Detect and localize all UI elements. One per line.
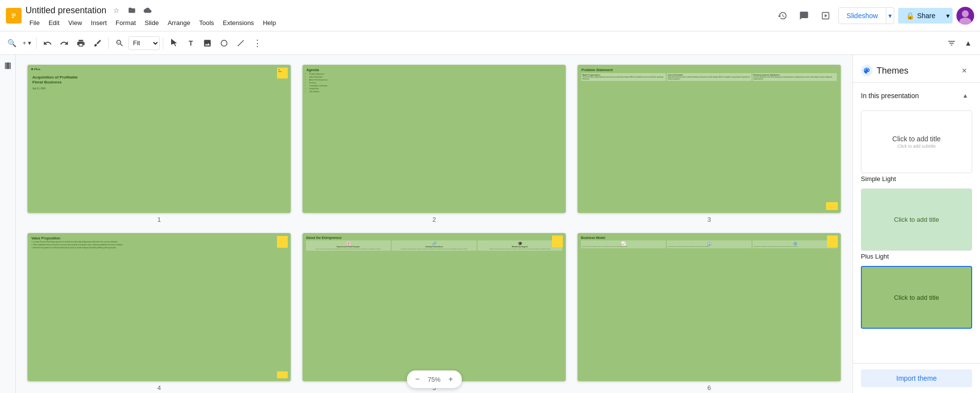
menu-view[interactable]: View [64, 18, 86, 27]
print-button[interactable] [73, 35, 89, 51]
slide-thumbnail-2[interactable]: Agenda Problem Statement Value Propositi… [302, 65, 566, 213]
menu-file[interactable]: File [25, 18, 44, 27]
line-button[interactable] [233, 35, 249, 51]
slide-thumbnail-4[interactable]: Value Proposition ① Leverage 70 percent … [27, 233, 291, 381]
share-btn-group: 🔒 Share ▾ [898, 8, 953, 24]
shape-button[interactable] [216, 35, 232, 51]
history-button[interactable] [774, 7, 791, 25]
theme-preview-plus-green[interactable]: Click to add title [861, 266, 972, 329]
plus-light-content: Click to add title [894, 216, 939, 223]
zoom-out-button[interactable]: − [411, 372, 425, 386]
zoom-bar: − 75% + [407, 370, 462, 388]
slide6-content: Business Model 📈 This key area is an imp… [578, 234, 840, 251]
filter-button[interactable] [944, 35, 959, 51]
slide2-heading: Agenda [306, 68, 562, 72]
menu-format[interactable]: Format [112, 18, 140, 27]
theme-card-plus-green[interactable]: Click to add title [861, 266, 972, 331]
folder-button[interactable] [125, 3, 139, 17]
slide1-sticky-content: ⚑Note [278, 69, 287, 78]
slide6-col1: 📈 This key area is an important lever fo… [581, 240, 666, 249]
slide-panel-left [0, 55, 16, 393]
share-dropdown-button[interactable]: ▾ [943, 8, 953, 24]
slide-item[interactable]: Business Model 📈 This key area is an imp… [578, 233, 841, 392]
slideshow-btn-group: Slideshow ▾ [838, 7, 894, 24]
toolbar: 🔍 + ▾ Fit 50% 75% 100% 125% 150% T ⋮ ▲ [0, 31, 980, 55]
redo-button[interactable] [56, 35, 72, 51]
svg-point-7 [221, 40, 227, 46]
present-button[interactable] [817, 7, 834, 25]
add-button[interactable]: + ▾ [21, 35, 33, 51]
zoom-select[interactable]: Fit 50% 75% 100% 125% 150% [128, 36, 160, 50]
slide-item[interactable]: About the Entrepreneur 🌸 Experienced Flo… [302, 233, 566, 392]
theme-card-simple-light[interactable]: Click to add title Click to add subtitle… [861, 110, 972, 183]
slideshow-dropdown-button[interactable]: ▾ [886, 7, 894, 24]
sep2 [108, 37, 109, 49]
search-button[interactable]: 🔍 [4, 35, 20, 51]
svg-rect-1 [12, 13, 16, 14]
menu-help[interactable]: Help [259, 18, 280, 27]
more-toolbar-button[interactable]: ⋮ [250, 35, 265, 51]
menu-tools[interactable]: Tools [195, 18, 218, 27]
themes-section: In this presentation ▲ [853, 83, 980, 106]
cursor-button[interactable] [166, 35, 182, 51]
paint-button[interactable] [90, 35, 105, 51]
slide5-heading: About the Entrepreneur [306, 236, 562, 239]
themes-close-button[interactable]: × [956, 63, 972, 79]
collapse-button[interactable]: ▲ [960, 35, 976, 51]
slide4-content: Value Proposition ① Leverage 70 percent … [28, 234, 290, 252]
slide-item[interactable]: ⊕ Plus Acquisition of ProfitableFloral B… [27, 65, 291, 223]
share-label: Share [917, 12, 935, 20]
plus-logo: ⊕ Plus [28, 66, 290, 72]
doc-title-area: Untitled presentation ☆ File Edit View I… [25, 3, 770, 27]
simple-light-subtitle: Click to add subtitle [892, 144, 941, 149]
svg-rect-3 [12, 17, 14, 18]
slide-thumbnail-3[interactable]: Problem Statement Market Fragmentation T… [578, 65, 841, 213]
zoom-out-toolbar-button[interactable] [112, 35, 127, 51]
star-button[interactable]: ☆ [109, 3, 123, 17]
share-button[interactable]: 🔒 Share [898, 8, 943, 24]
menu-insert[interactable]: Insert [87, 18, 111, 27]
themes-section-label: In this presentation [861, 92, 919, 100]
slide2-content: Agenda Problem Statement Value Propositi… [303, 66, 565, 96]
sep1 [36, 37, 37, 49]
menu-extensions[interactable]: Extensions [219, 18, 258, 27]
doc-title[interactable]: Untitled presentation [25, 5, 106, 16]
menu-edit[interactable]: Edit [45, 18, 63, 27]
slide-panel: ⊕ Plus Acquisition of ProfitableFloral B… [16, 55, 853, 393]
slide-item[interactable]: Agenda Problem Statement Value Propositi… [302, 65, 566, 223]
slide4-heading: Value Proposition [31, 236, 287, 240]
slide3-heading: Problem Statement [581, 68, 837, 72]
slide-thumbnail-6[interactable]: Business Model 📈 This key area is an imp… [578, 233, 841, 381]
text-button[interactable]: T [183, 35, 199, 51]
slide1-sticky: ⚑Note [277, 68, 288, 79]
theme-card-plus-light[interactable]: Click to add title Plus Light [861, 188, 972, 261]
themes-list: Click to add title Click to add subtitle… [853, 106, 980, 363]
slide3-columns: Market Fragmentation The floral industry… [581, 73, 837, 81]
col1: Market Fragmentation The floral industry… [581, 73, 666, 81]
slide6-col2: 🏢 Our business model supports growth opp… [667, 240, 752, 249]
theme-preview-plus-light[interactable]: Click to add title [861, 188, 972, 251]
avatar[interactable] [956, 7, 974, 25]
slide-item[interactable]: Problem Statement Market Fragmentation T… [578, 65, 841, 223]
import-theme-button[interactable]: Import theme [861, 369, 972, 387]
image-button[interactable] [200, 35, 215, 51]
cloud-button[interactable] [141, 3, 154, 17]
zoom-in-button[interactable]: + [444, 372, 458, 386]
slide-thumbnail-5[interactable]: About the Entrepreneur 🌸 Experienced Flo… [302, 233, 566, 381]
filmstrip-toggle[interactable] [1, 59, 15, 73]
slide-thumbnail-1[interactable]: ⊕ Plus Acquisition of ProfitableFloral B… [27, 65, 291, 213]
comments-button[interactable] [795, 7, 813, 25]
menu-slide[interactable]: Slide [141, 18, 163, 27]
menu-arrange[interactable]: Arrange [164, 18, 194, 27]
slide5-content: About the Entrepreneur 🌸 Experienced Flo… [303, 234, 565, 253]
slide-item[interactable]: Value Proposition ① Leverage 70 percent … [27, 233, 291, 392]
themes-panel-title: Themes [877, 66, 908, 76]
slide2-number: 2 [432, 216, 436, 223]
slideshow-button[interactable]: Slideshow [838, 7, 886, 24]
undo-button[interactable] [40, 35, 55, 51]
doc-title-icons: ☆ [109, 3, 154, 17]
svg-point-5 [962, 10, 969, 17]
theme-preview-simple-light[interactable]: Click to add title Click to add subtitle [861, 110, 972, 173]
themes-collapse-button[interactable]: ▲ [958, 89, 972, 103]
app-icon [6, 8, 22, 24]
